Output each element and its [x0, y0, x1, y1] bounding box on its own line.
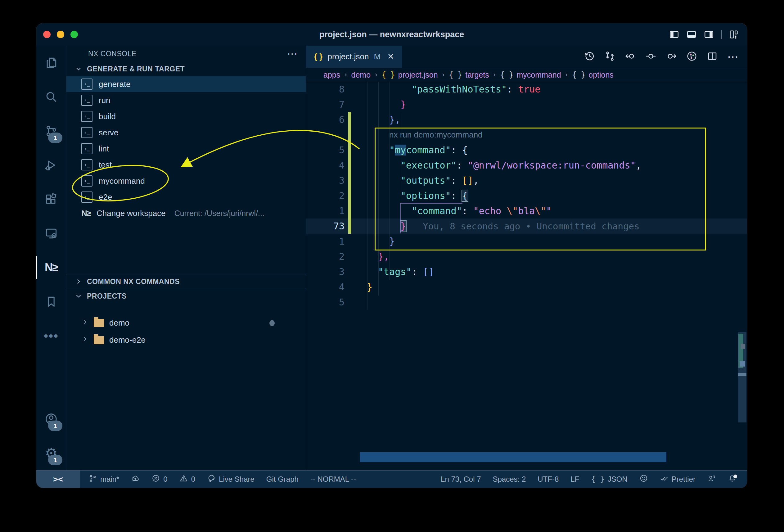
activity-item-settings[interactable]: ⚙1 [36, 436, 66, 470]
statusbar-github[interactable] [639, 474, 648, 484]
customize-layout-icon[interactable] [728, 29, 739, 40]
activity-item-account[interactable]: 1 [36, 402, 66, 436]
braces-icon: { } [382, 71, 395, 79]
activity-item-more[interactable]: ••• [36, 319, 66, 353]
activity-item-extensions[interactable] [36, 182, 66, 216]
target-item-lint[interactable]: ›_lint [66, 141, 306, 157]
activity-item-nx-console[interactable]: N≥ [36, 250, 66, 285]
breadcrumb-item-demo[interactable]: demo [351, 71, 371, 80]
breadcrumb-item-project.json[interactable]: { }project.json [382, 71, 438, 80]
breadcrumb-item-apps[interactable]: apps [324, 71, 340, 80]
tab-label: project.json [328, 52, 369, 61]
statusbar-cloud-upload[interactable] [131, 474, 140, 484]
statusbar-main[interactable]: main* [88, 474, 119, 484]
target-item-e2e[interactable]: ›_e2e [66, 189, 306, 205]
target-item-test[interactable]: ›_test [66, 157, 306, 173]
line-number: 3 [306, 266, 344, 277]
project-label: demo-e2e [109, 335, 145, 345]
code-line[interactable]: 1"command": "echo \"bla\"" [306, 203, 747, 219]
chevron-right-icon[interactable] [81, 318, 89, 328]
change-workspace-item[interactable]: N≥ Change workspace Current: /Users/juri… [66, 205, 306, 221]
code-line[interactable]: 1} [306, 234, 747, 249]
close-window-button[interactable] [43, 31, 51, 38]
statusbar-spaces-2[interactable]: Spaces: 2 [493, 475, 526, 483]
target-item-mycommand[interactable]: ›_mycommand [66, 173, 306, 189]
toggle-sidebar-icon[interactable] [669, 29, 679, 40]
feedback-icon [707, 474, 716, 484]
activity-item-bookmarks[interactable] [36, 285, 66, 319]
code-line[interactable]: 7} [306, 97, 747, 112]
remote-indicator[interactable]: >< [36, 471, 80, 488]
activity-bar: 1N≥•••1⚙1 [36, 46, 66, 470]
activity-item-search[interactable] [36, 80, 66, 114]
statusbar-normal[interactable]: -- NORMAL -- [310, 475, 356, 483]
code-line[interactable]: 3"outputs": [], [306, 173, 747, 188]
statusbar-0[interactable]: 0 [179, 474, 195, 484]
history-icon[interactable] [584, 51, 595, 63]
code-line[interactable]: 2}, [306, 249, 747, 264]
code-line[interactable]: nx run demo:mycommand [306, 127, 747, 142]
previous-change-icon[interactable] [625, 51, 636, 63]
code-line[interactable]: 4} [306, 279, 747, 295]
statusbar-json[interactable]: { }JSON [591, 475, 627, 483]
project-item-demo[interactable]: demo [66, 314, 306, 332]
target-item-serve[interactable]: ›_serve [66, 124, 306, 141]
code-line[interactable]: 5"mycommand": { [306, 142, 747, 158]
project-item-demo-e2e[interactable]: demo-e2e [66, 332, 306, 348]
statusbar-live-share[interactable]: Live Share [207, 474, 254, 484]
line-number: 4 [306, 160, 344, 171]
toggle-secondary-sidebar-icon[interactable] [704, 29, 714, 40]
statusbar-feedback[interactable] [707, 474, 716, 484]
folder-icon [94, 336, 104, 344]
section-projects[interactable]: PROJECTS [66, 289, 306, 303]
sidebar-title: NX CONSOLE [88, 50, 137, 58]
breadcrumb-item-options[interactable]: { }options [572, 71, 614, 80]
target-item-run[interactable]: ›_run [66, 92, 306, 108]
screenshot-stage: project.json — newnxreactwrkspace 1N≥•••… [0, 0, 784, 532]
activity-item-source-control[interactable]: 1 [36, 114, 66, 148]
target-item-generate[interactable]: ›_generate [66, 76, 306, 92]
compare-changes-icon[interactable] [604, 51, 615, 63]
code-editor[interactable]: 8"passWithNoTests": true7}6},nx run demo… [306, 82, 747, 470]
code-line[interactable]: 4"executor": "@nrwl/workspace:run-comman… [306, 158, 747, 173]
toggle-panel-icon[interactable] [686, 29, 697, 40]
braces-icon: { } [572, 71, 585, 79]
statusbar-bell-dot[interactable] [728, 474, 736, 484]
activity-item-run-debug[interactable] [36, 148, 66, 182]
statusbar-lf[interactable]: LF [570, 475, 579, 483]
section-generate-run-target[interactable]: GENERATE & RUN TARGET [66, 62, 306, 76]
code-line[interactable]: 3"tags": [] [306, 264, 747, 279]
close-tab-icon[interactable]: ✕ [387, 52, 394, 61]
tab-project-json[interactable]: { } project.json M ✕ [306, 46, 402, 68]
horizontal-scrollbar[interactable] [360, 452, 666, 462]
project-status-dot [270, 320, 275, 326]
change-icon[interactable] [645, 51, 656, 63]
activity-item-files[interactable] [36, 46, 66, 80]
statusbar-prettier[interactable]: Prettier [660, 474, 696, 484]
statusbar-0[interactable]: 0 [151, 474, 167, 484]
zoom-window-button[interactable] [71, 31, 78, 38]
split-editor-icon[interactable] [707, 51, 718, 63]
minimize-window-button[interactable] [57, 31, 64, 38]
target-label: run [99, 95, 111, 105]
code-line[interactable]: 8"passWithNoTests": true [306, 82, 747, 97]
json-file-icon: { } [314, 52, 323, 61]
codelens-run-command[interactable]: nx run demo:mycommand [389, 130, 483, 140]
breadcrumb-item-mycommand[interactable]: { }mycommand [500, 71, 561, 80]
statusbar-git-graph[interactable]: Git Graph [266, 475, 299, 483]
overview-ruler-mark [738, 373, 747, 376]
code-line[interactable]: 5 [306, 295, 747, 310]
statusbar-ln-73-col-7[interactable]: Ln 73, Col 7 [441, 475, 481, 483]
code-line-current[interactable]: 73}You, 8 seconds ago • Uncommitted chan… [306, 219, 747, 234]
chevron-right-icon[interactable] [81, 335, 89, 345]
statusbar-utf-8[interactable]: UTF-8 [537, 475, 559, 483]
activity-item-remote-explorer[interactable] [36, 216, 66, 250]
breadcrumb-item-targets[interactable]: { }targets [449, 71, 489, 80]
git-graph-icon[interactable] [686, 51, 697, 63]
code-line[interactable]: 6}, [306, 112, 747, 127]
vscode-window: project.json — newnxreactwrkspace 1N≥•••… [36, 23, 747, 488]
next-change-icon[interactable] [666, 51, 677, 63]
code-line[interactable]: 2"options": { [306, 188, 747, 203]
target-item-build[interactable]: ›_build [66, 108, 306, 124]
section-common-nx-commands[interactable]: COMMON NX COMMANDS [66, 274, 306, 289]
